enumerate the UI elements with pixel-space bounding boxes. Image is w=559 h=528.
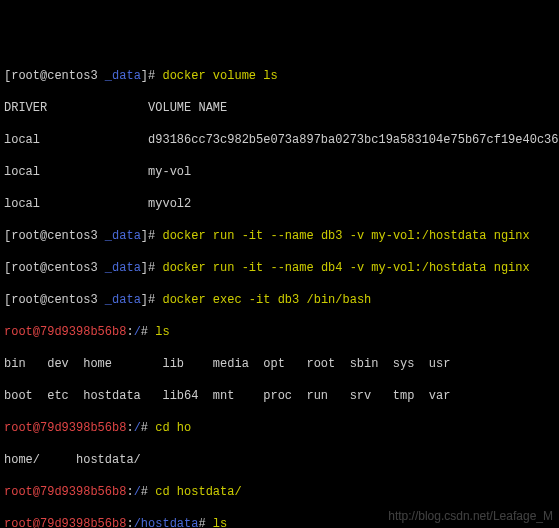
line-c1-cdho: root@79d9398b56b8:/# cd ho	[4, 420, 555, 436]
line-ho-comp: home/ hostdata/	[4, 452, 555, 468]
line-c1-ls: root@79d9398b56b8:/# ls	[4, 324, 555, 340]
line-run-db3: [root@centos3 _data]# docker run -it --n…	[4, 228, 555, 244]
watermark: http://blog.csdn.net/Leafage_M	[388, 508, 553, 524]
line-vol-0: local d93186cc73c982b5e073a897ba0273bc19…	[4, 132, 555, 148]
line-lsroot-1: boot etc hostdata lib64 mnt proc run srv…	[4, 388, 555, 404]
line-exec-db3: [root@centos3 _data]# docker exec -it db…	[4, 292, 555, 308]
line-run-db4: [root@centos3 _data]# docker run -it --n…	[4, 260, 555, 276]
line-vol-1: local my-vol	[4, 164, 555, 180]
line-c1-cdhd: root@79d9398b56b8:/# cd hostdata/	[4, 484, 555, 500]
line-vol-hdr: DRIVER VOLUME NAME	[4, 100, 555, 116]
line-vol-ls: [root@centos3 _data]# docker volume ls	[4, 68, 555, 84]
line-lsroot-0: bin dev home lib media opt root sbin sys…	[4, 356, 555, 372]
line-vol-2: local myvol2	[4, 196, 555, 212]
